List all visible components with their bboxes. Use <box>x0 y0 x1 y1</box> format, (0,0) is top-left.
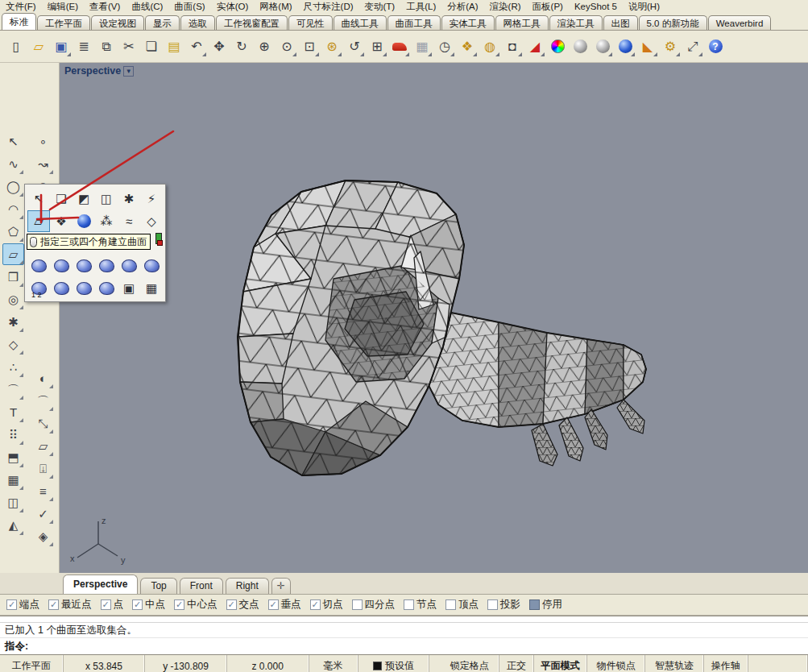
osnap-toggle[interactable]: 投影 <box>487 598 520 612</box>
toolbar-tab[interactable]: 可见性 <box>288 15 333 30</box>
help-button[interactable]: ? <box>705 36 726 57</box>
color-button[interactable]: ∴ <box>2 356 24 378</box>
point-button[interactable]: ∘ <box>32 131 54 152</box>
undo-view-button[interactable]: ↺ <box>344 36 365 57</box>
viewport-tab[interactable]: ✛ <box>271 578 291 594</box>
paste-button[interactable]: ▤ <box>164 36 184 57</box>
pan-view-button[interactable]: ✥ <box>209 36 230 57</box>
menu-item[interactable]: 实体(O) <box>211 1 255 13</box>
lock-button[interactable]: ◘ <box>502 36 523 57</box>
sphere-surface-button[interactable] <box>73 210 95 232</box>
rotate-view-button[interactable]: ↻ <box>231 36 252 57</box>
osnap-toggle[interactable]: 顶点 <box>445 598 479 612</box>
boolean-union-button[interactable]: ⬒ <box>2 446 24 468</box>
circle-toggle-button[interactable]: ◐ <box>32 367 54 389</box>
toolbar-tab[interactable]: 选取 <box>180 15 215 30</box>
toolbar-tab[interactable]: Weaverbird <box>708 15 772 30</box>
menu-item[interactable]: 面板(P) <box>527 1 569 13</box>
light-button[interactable]: ◍ <box>479 36 500 57</box>
pipe-curve-button[interactable] <box>118 255 140 276</box>
checkbox[interactable] <box>404 599 414 610</box>
toolbar-tab[interactable]: 曲面工具 <box>387 15 441 30</box>
menu-item[interactable]: 说明(H) <box>623 1 665 13</box>
text-button[interactable]: T <box>2 401 24 423</box>
osnap-toggle[interactable]: 交点 <box>226 598 259 612</box>
box-button[interactable]: ❒ <box>2 266 24 288</box>
palette-pointer-button[interactable]: ↖ <box>27 188 50 209</box>
polygon-button[interactable]: ⬠ <box>2 221 24 243</box>
group-button[interactable]: ❖ <box>457 36 478 57</box>
scale-button[interactable]: ⤡ <box>32 413 54 434</box>
toolbar-tab[interactable]: 出图 <box>603 15 638 30</box>
surface-corner-points-button[interactable]: ▱ <box>27 210 50 232</box>
patch-button[interactable]: ❖ <box>50 210 73 232</box>
render-settings-button[interactable]: ◣ <box>637 36 658 57</box>
viewport-tab[interactable]: Right <box>226 578 269 594</box>
perspective-viewport[interactable]: Perspective ▼ <box>60 63 808 573</box>
zoom-in-button[interactable]: ⊕ <box>254 36 275 57</box>
dimension-button[interactable]: ⤢ <box>682 36 703 57</box>
osnap-toggle[interactable]: 切点 <box>310 598 343 612</box>
surface-from-points-button[interactable]: ▱ <box>2 243 24 265</box>
menu-item[interactable]: 编辑(E) <box>42 1 84 13</box>
interp-curve-button[interactable]: ↝ <box>32 153 54 175</box>
check-button[interactable]: ✓ <box>32 503 54 525</box>
status-cell[interactable]: x 53.845 <box>64 655 146 672</box>
status-cell[interactable]: 物件锁点 <box>587 655 645 672</box>
menu-item[interactable]: 分析(A) <box>441 1 483 13</box>
menu-item[interactable]: 尺寸标注(D) <box>298 1 359 13</box>
disable-checkbox[interactable] <box>529 599 540 610</box>
menu-item[interactable]: 网格(M) <box>254 1 297 13</box>
patch-blob-button[interactable] <box>140 255 163 276</box>
curved-surface-button[interactable]: ≈ <box>118 210 140 232</box>
checkbox[interactable] <box>226 599 237 610</box>
arc-button[interactable]: ◠ <box>2 198 24 220</box>
viewport-dropdown-icon[interactable]: ▼ <box>123 66 134 77</box>
checkbox[interactable] <box>445 599 456 610</box>
command-prompt[interactable]: 指令: <box>0 637 808 654</box>
viewport-tab[interactable]: Top <box>140 578 176 594</box>
toolbar-tab[interactable]: 标准 <box>2 13 36 30</box>
zoom-window-button[interactable]: ⊙ <box>276 36 297 57</box>
osnap-toggle[interactable]: 最近点 <box>48 598 92 612</box>
toolbar-tab[interactable]: 显示 <box>145 15 180 30</box>
move-grid-button[interactable]: ▦ <box>412 36 433 57</box>
checkbox[interactable] <box>352 599 363 610</box>
sweep-1-2-button[interactable]: 1 2 <box>27 277 50 299</box>
surface-vertical-button[interactable]: ◫ <box>95 188 118 209</box>
blend-arc-button[interactable]: ⌒ <box>32 390 54 412</box>
toolbar-tab[interactable]: 工作视窗配置 <box>216 15 288 30</box>
curve-point-button[interactable]: ⌒ <box>2 379 24 400</box>
checkbox[interactable] <box>310 599 321 610</box>
plugin-puzzle-button[interactable]: ✱ <box>2 311 24 333</box>
status-cell[interactable]: 工作平面 <box>0 655 64 672</box>
zoom-extents-button[interactable]: ⊡ <box>299 36 320 57</box>
status-cell[interactable]: 平面模式 <box>534 655 588 672</box>
trim-button[interactable]: ◫ <box>2 492 24 513</box>
menu-item[interactable]: 文件(F) <box>0 1 42 13</box>
color-wheel-button[interactable] <box>547 36 568 57</box>
array-vertical-button[interactable]: ≡ <box>32 480 54 502</box>
menu-item[interactable]: 查看(V) <box>84 1 126 13</box>
solid-tools-button[interactable]: ◭ <box>2 514 24 536</box>
surface-3planes-button[interactable]: ◩ <box>73 188 95 209</box>
new-file-button[interactable]: ▯ <box>6 36 27 57</box>
plane-patch-button[interactable]: ▣ <box>118 277 140 299</box>
status-cell[interactable] <box>429 655 440 672</box>
edge-surface-button[interactable]: ◇ <box>140 210 163 232</box>
options-button[interactable]: ⚙ <box>660 36 681 57</box>
loft-button[interactable] <box>27 255 50 276</box>
status-cell[interactable]: 毫米 <box>309 655 358 672</box>
undo-button[interactable]: ↶ <box>186 36 207 57</box>
heightfield-button[interactable]: ▦ <box>140 277 163 299</box>
open-file-button[interactable]: ▱ <box>28 36 49 57</box>
osnap-toggle[interactable]: 中心点 <box>174 598 218 612</box>
control-points-surface-button[interactable]: ❏ <box>50 188 73 209</box>
revolve-button[interactable] <box>50 277 73 299</box>
array-button[interactable]: ▦ <box>2 469 24 491</box>
toolbar-tab[interactable]: 设定视图 <box>91 15 144 30</box>
status-cell[interactable]: y -130.809 <box>145 655 227 672</box>
group-scatter-button[interactable]: ⠿ <box>2 424 24 446</box>
checkbox[interactable] <box>6 599 17 610</box>
toolbar-tab[interactable]: 实体工具 <box>441 15 495 30</box>
